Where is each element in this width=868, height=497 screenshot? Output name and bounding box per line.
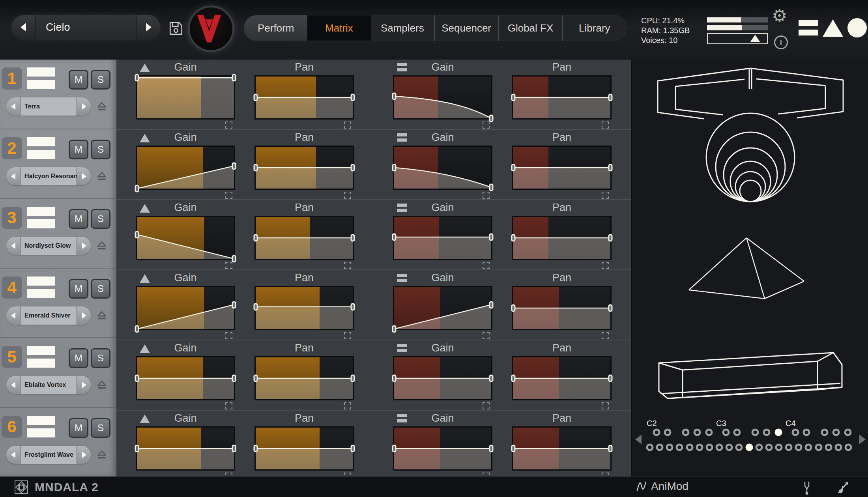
envelope-cell[interactable] [393,356,492,400]
envelope-handle[interactable] [351,234,355,242]
envelope-handle[interactable] [608,375,613,382]
envelope-cell[interactable] [254,356,354,400]
expand-button[interactable] [225,121,233,131]
mute-button[interactable]: M [69,279,88,299]
eject-button[interactable] [96,310,107,322]
envelope-handle[interactable] [232,162,236,170]
expand-button[interactable] [344,191,352,201]
sample-prev-button[interactable] [6,306,20,325]
envelope-cell[interactable] [254,146,354,190]
solo-button[interactable]: S [91,140,110,159]
expand-button[interactable] [482,332,490,341]
envelope-cell[interactable] [512,426,612,471]
envelope-cell[interactable] [512,146,612,190]
mute-button[interactable]: M [69,348,88,368]
preset-prev-button[interactable] [12,15,35,39]
envelope-handle[interactable] [511,375,516,382]
tab-perform[interactable]: Perform [244,15,307,41]
envelope-handle[interactable] [351,164,355,172]
tab-matrix[interactable]: Matrix [307,15,370,41]
expand-button[interactable] [344,402,352,411]
sample-next-button[interactable] [77,97,91,116]
keyboard-scroll-left[interactable] [635,435,642,444]
mute-button[interactable]: M [69,418,88,438]
envelope-handle[interactable] [489,445,494,452]
expand-button[interactable] [225,332,233,341]
save-button[interactable] [168,21,184,36]
envelope-handle[interactable] [608,305,613,312]
envelope-cell[interactable] [393,286,492,330]
envelope-cell[interactable] [254,426,354,471]
tab-sequencer[interactable]: Sequencer [434,15,498,41]
envelope-handle[interactable] [511,94,516,101]
eject-button[interactable] [96,101,107,113]
envelope-cell[interactable] [512,356,612,400]
expand-button[interactable] [225,262,233,271]
eject-button[interactable] [96,380,107,392]
expand-button[interactable] [601,121,609,131]
envelope-handle[interactable] [392,233,397,241]
sample-prev-button[interactable] [6,237,20,255]
envelope-cell[interactable] [512,216,612,260]
envelope-cell[interactable] [393,216,492,260]
envelope-handle[interactable] [351,375,355,382]
envelope-handle[interactable] [254,94,258,101]
envelope-handle[interactable] [608,445,613,452]
preset-next-button[interactable] [137,15,160,39]
envelope-handle[interactable] [232,74,236,82]
envelope-handle[interactable] [254,375,258,382]
envelope-handle[interactable] [135,325,139,333]
tab-global-fx[interactable]: Global FX [498,15,562,41]
envelope-cell[interactable] [393,75,492,120]
mute-button[interactable]: M [69,140,88,159]
envelope-handle[interactable] [232,375,236,382]
envelope-cell[interactable] [393,426,492,471]
envelope-handle[interactable] [254,234,258,242]
eject-button[interactable] [96,241,107,252]
eject-button[interactable] [96,450,107,462]
envelope-handle[interactable] [351,303,355,310]
envelope-handle[interactable] [511,305,516,312]
envelope-cell[interactable] [136,356,235,400]
mute-button[interactable]: M [69,70,88,90]
expand-button[interactable] [601,262,609,271]
envelope-handle[interactable] [135,185,139,192]
preset-name[interactable]: Cielo [36,15,137,39]
expand-button[interactable] [225,191,233,201]
envelope-cell[interactable] [512,75,612,120]
envelope-handle[interactable] [489,183,494,191]
sample-next-button[interactable] [77,167,91,185]
tab-library[interactable]: Library [562,15,626,41]
mute-button[interactable]: M [69,209,88,229]
envelope-handle[interactable] [608,164,613,172]
expand-button[interactable] [482,262,490,271]
envelope-handle[interactable] [232,445,236,452]
info-button[interactable]: i [774,36,788,49]
expand-button[interactable] [482,191,490,201]
envelope-cell[interactable] [136,75,235,120]
solo-button[interactable]: S [91,70,110,90]
sample-next-button[interactable] [77,237,91,255]
envelope-cell[interactable] [512,286,612,330]
envelope-handle[interactable] [392,92,397,100]
expand-button[interactable] [344,332,352,341]
sample-prev-button[interactable] [6,97,20,116]
keyboard-scroll-right[interactable] [859,435,866,444]
envelope-cell[interactable] [254,286,354,330]
solo-button[interactable]: S [91,418,110,438]
envelope-cell[interactable] [136,216,235,260]
envelope-handle[interactable] [135,375,139,382]
sample-prev-button[interactable] [6,376,20,394]
sample-prev-button[interactable] [6,446,20,464]
expand-button[interactable] [601,332,609,341]
envelope-handle[interactable] [489,301,494,308]
envelope-handle[interactable] [254,303,258,310]
expand-button[interactable] [601,402,609,411]
solo-button[interactable]: S [91,209,110,229]
envelope-handle[interactable] [254,445,258,452]
eject-button[interactable] [96,171,107,183]
envelope-handle[interactable] [511,234,516,242]
expand-button[interactable] [482,121,490,131]
expand-button[interactable] [482,402,490,411]
expand-button[interactable] [344,121,352,131]
